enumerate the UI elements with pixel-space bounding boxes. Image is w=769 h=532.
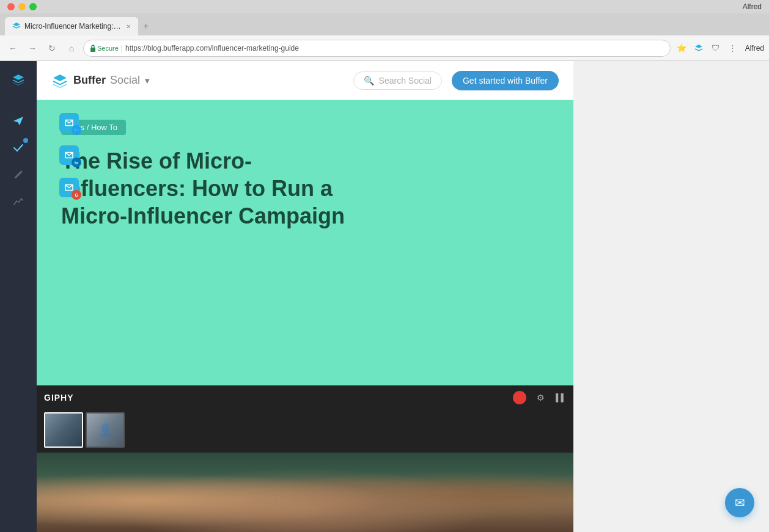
giphy-settings-button[interactable]: ⚙ [534,390,548,405]
linkedin-social-icon: in [72,158,81,167]
search-icon: 🔍 [364,76,374,86]
article-title: The Rise of Micro-Influencers: How to Ru… [61,147,367,230]
queue-icon-twitter: 🐦 [59,113,79,133]
os-bar: Alfred [0,0,769,13]
more-button[interactable]: ⋮ [726,41,740,56]
browser-content: Buffer Social ▾ 🔍 Search Social Get star… [0,61,769,532]
giphy-filmstrip: 👤 [37,410,573,450]
sidebar-icon-analytics[interactable] [7,191,29,213]
svg-rect-0 [90,48,95,52]
queue-icon-linkedin: in [59,145,79,165]
search-bar[interactable]: 🔍 Search Social [353,71,442,90]
shield-button[interactable]: 🛡 [708,41,723,56]
tab-title: Micro-Influencer Marketing: H... [24,22,122,31]
giphy-logo: GIPHY [44,393,74,403]
blog-logo-text: Buffer Social [73,74,140,87]
webpage-content: Buffer Social ▾ 🔍 Search Social Get star… [37,61,573,532]
sidebar-icon-buffer[interactable] [7,68,29,90]
tab-close-button[interactable]: ✕ [126,23,131,30]
blog-dropdown-icon[interactable]: ▾ [145,76,149,86]
secure-indicator: Secure [90,45,119,52]
email-icon: ✉ [735,495,745,510]
sidebar-icon-pencil[interactable] [7,164,29,186]
refresh-button[interactable]: ↻ [44,40,60,56]
os-title: Alfred [743,2,762,11]
sidebar-icon-telegram[interactable] [7,110,29,132]
giphy-header: GIPHY ⚙ ▌▌ [37,385,573,410]
url-display: https://blog.bufferapp.com/influencer-ma… [125,44,299,53]
blog-header: Buffer Social ▾ 🔍 Search Social Get star… [37,61,573,100]
tab-favicon [12,21,21,32]
address-bar[interactable]: Secure | https://blog.bufferapp.com/infl… [83,40,671,57]
new-tab-button[interactable]: + [138,17,153,35]
browser-toolbar: ← → ↻ ⌂ Secure | https://blog.bufferapp.… [0,35,769,61]
buffer-logo[interactable]: Buffer Social ▾ [51,72,149,89]
forward-button[interactable]: → [24,40,40,56]
giphy-record-button[interactable] [513,391,526,404]
sidebar-icon-check[interactable] [7,137,29,159]
browser-tab[interactable]: Micro-Influencer Marketing: H... ✕ [5,17,138,35]
giphy-collapse-icon: ▌▌ [556,393,566,402]
home-button[interactable]: ⌂ [64,40,79,56]
search-placeholder: Search Social [379,76,432,86]
browser-window: Micro-Influencer Marketing: H... ✕ + ← →… [0,13,769,532]
twitter-social-icon: 🐦 [72,125,81,135]
buffer-extension-button[interactable] [691,41,706,56]
hero-image [37,453,573,532]
toolbar-icons: ⭐ 🛡 ⋮ Alfred [674,41,764,56]
giphy-thumb-1[interactable] [44,412,83,448]
app-sidebar [0,61,37,532]
bookmark-button[interactable]: ⭐ [674,41,689,56]
get-started-button[interactable]: Get started with Buffer [452,71,559,90]
tab-bar: Micro-Influencer Marketing: H... ✕ + [0,13,769,35]
giphy-overlay: GIPHY ⚙ ▌▌ 👤 [37,385,573,453]
google-social-icon: G [72,190,81,200]
blog-article-content: Tips / How To The Rise of Micro-Influenc… [37,100,573,453]
giphy-thumb-2[interactable]: 👤 [86,412,125,448]
queue-icon-google: G [59,178,79,197]
user-name: Alfred [745,44,764,53]
fab-email-button[interactable]: ✉ [725,488,754,517]
back-button[interactable]: ← [5,40,21,56]
